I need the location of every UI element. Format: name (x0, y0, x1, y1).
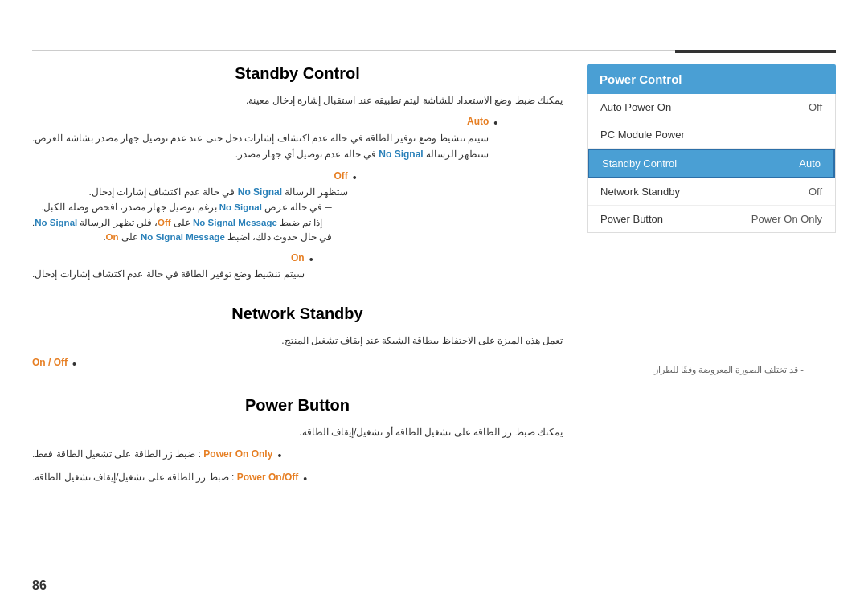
power-button-title: Power Button (32, 396, 563, 415)
network-standby-title: Network Standby (32, 304, 563, 323)
power-control-title: Power Control (600, 72, 682, 86)
network-standby-menu-value: Off (809, 186, 822, 198)
auto-desc: سيتم تنشيط وضع توفير الطاقة في حالة عدم … (32, 133, 489, 144)
panel-note-text: - قد تختلف الصورة المعروضة وفقًا للطراز. (652, 365, 804, 374)
power-intro: يمكنك ضبط زر الطاقة على تشغيل الطاقة أو … (32, 424, 563, 440)
power-on-off-desc: : ضبط زر الطاقة على تشغيل/إيقاف تشغيل ال… (32, 472, 234, 483)
on-label: On (291, 252, 305, 264)
onoff-label: On / Off (32, 357, 68, 368)
bullet-dot-onoff: • (72, 355, 76, 374)
menu-network-standby[interactable]: Network Standby Off (588, 178, 835, 206)
bullet-power-on-only: • Power On Only : ضبط زر الطاقة على تشغي… (32, 446, 563, 466)
standby-control-body: يمكنك ضبط وضع الاستعداد للشاشة ليتم تطبي… (32, 92, 563, 282)
power-control-header: Power Control (587, 64, 836, 94)
page-number: 86 (32, 578, 47, 593)
menu-pc-module-power[interactable]: PC Module Power (588, 121, 835, 149)
bullet-off: • Off ستظهر الرسالة No Signal في حالة عد… (32, 168, 563, 245)
network-intro: تعمل هذه الميزة على الاحتفاظ ببطاقة الشب… (32, 333, 563, 349)
standby-intro: يمكنك ضبط وضع الاستعداد للشاشة ليتم تطبي… (32, 92, 563, 108)
bullet-off-text: Off ستظهر الرسالة No Signal في حالة عدم … (32, 168, 348, 245)
off-sub1: ─ في حالة عرض No Signal برغم توصيل جهاز … (32, 200, 332, 215)
off-label: Off (334, 170, 347, 182)
network-standby-menu-label: Network Standby (600, 186, 680, 198)
power-button-body: يمكنك ضبط زر الطاقة على تشغيل الطاقة أو … (32, 424, 563, 488)
power-button-section: Power Button يمكنك ضبط زر الطاقة على تشغ… (32, 396, 563, 488)
auto-label: Auto (467, 116, 489, 127)
off-sub3: في حال حدوث ذلك، اضبط No Signal Message … (32, 230, 332, 244)
menu-power-button[interactable]: Power Button Power On Only (588, 206, 835, 232)
bullet-auto-text: Auto سيتم تنشيط وضع توفير الطاقة في حالة… (32, 113, 489, 162)
bullet-dot-pow1: • (277, 447, 281, 466)
auto-power-on-value: Off (809, 101, 822, 113)
right-panel: Power Control Auto Power On Off PC Modul… (587, 64, 836, 233)
standby-control-title: Standby Control (32, 64, 563, 83)
bullet-onoff: • On / Off (32, 354, 563, 374)
bullet-on: • On سيتم تنشيط وضع توفير الطاقة في حالة… (32, 250, 563, 283)
bullet-pow2-text: Power On/Off : ضبط زر الطاقة على تشغيل/إ… (32, 469, 298, 485)
bullet-dot: • (493, 114, 497, 133)
bullet-onoff-text: On / Off (32, 354, 68, 370)
network-standby-body: تعمل هذه الميزة على الاحتفاظ ببطاقة الشب… (32, 333, 563, 374)
auto-sub: ستظهر الرسالة No Signal في حالة عدم توصي… (235, 149, 489, 160)
bullet-dot-off: • (353, 169, 357, 188)
on-desc: سيتم تنشيط وضع توفير الطاقة في حالة عدم … (32, 268, 305, 280)
off-sub2: ─ إذا تم ضبط No Signal Message على Off، … (32, 215, 332, 230)
pc-module-power-label: PC Module Power (600, 129, 685, 141)
standby-control-menu-value: Auto (799, 157, 821, 170)
menu-standby-control[interactable]: Standby Control Auto (588, 149, 835, 178)
bullet-power-on-off: • Power On/Off : ضبط زر الطاقة على تشغيل… (32, 469, 563, 489)
panel-accent-bar (675, 50, 836, 53)
main-content: Standby Control يمكنك ضبط وضع الاستعداد … (32, 64, 563, 565)
power-button-menu-value: Power On Only (751, 213, 822, 225)
standby-control-menu-label: Standby Control (602, 157, 677, 170)
off-desc: ستظهر الرسالة No Signal في حالة عدم اكتش… (88, 186, 347, 198)
bullet-dot-on: • (309, 251, 313, 270)
bullet-on-text: On سيتم تنشيط وضع توفير الطاقة في حالة ع… (32, 250, 305, 283)
power-on-only-label: Power On Only (203, 448, 272, 460)
power-button-menu-label: Power Button (600, 213, 663, 225)
network-standby-section: Network Standby تعمل هذه الميزة على الاح… (32, 304, 563, 374)
panel-note: - قد تختلف الصورة المعروضة وفقًا للطراز. (555, 358, 804, 382)
bullet-auto: • Auto سيتم تنشيط وضع توفير الطاقة في حا… (32, 113, 563, 162)
power-on-off-label: Power On/Off (237, 472, 299, 483)
bullet-dot-pow2: • (303, 470, 307, 489)
menu-auto-power-on[interactable]: Auto Power On Off (588, 94, 835, 121)
auto-power-on-label: Auto Power On (600, 101, 671, 113)
standby-control-section: Standby Control يمكنك ضبط وضع الاستعداد … (32, 64, 563, 282)
bullet-pow1-text: Power On Only : ضبط زر الطاقة على تشغيل … (32, 446, 272, 462)
power-on-only-desc: : ضبط زر الطاقة على تشغيل الطاقة فقط. (32, 448, 201, 460)
power-control-menu: Auto Power On Off PC Module Power Standb… (587, 94, 836, 233)
